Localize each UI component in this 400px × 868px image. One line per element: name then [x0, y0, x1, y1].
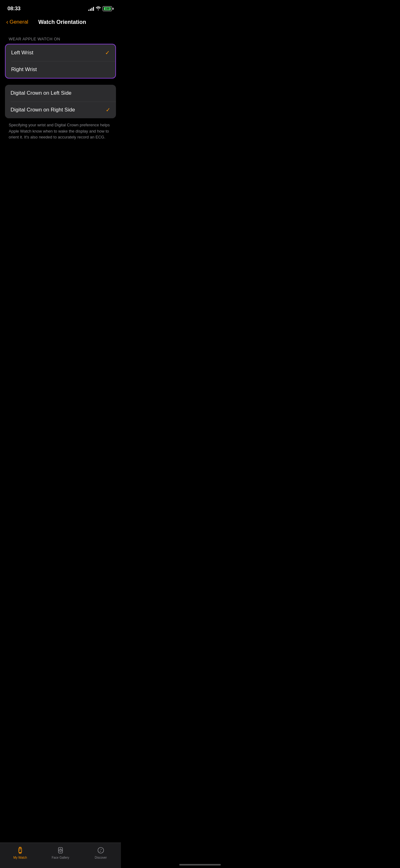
back-button[interactable]: ‹ General [6, 19, 28, 26]
status-bar: 08:33 100 [0, 0, 121, 16]
right-wrist-option[interactable]: Right Wrist [6, 61, 115, 78]
crown-right-option[interactable]: Digital Crown on Right Side ✓ [5, 101, 116, 118]
page-title: Watch Orientation [28, 19, 96, 26]
battery-level: 100 [105, 7, 109, 10]
back-label: General [10, 19, 28, 25]
crown-left-option[interactable]: Digital Crown on Left Side [5, 85, 116, 101]
back-chevron-icon: ‹ [6, 18, 8, 26]
wear-section-label: WEAR APPLE WATCH ON [0, 37, 121, 44]
crown-right-checkmark: ✓ [106, 106, 110, 113]
left-wrist-checkmark: ✓ [105, 49, 110, 56]
wrist-options-group: Left Wrist ✓ Right Wrist [5, 44, 116, 79]
status-icons: 100 [88, 6, 113, 11]
crown-options-group: Digital Crown on Left Side Digital Crown… [5, 85, 116, 118]
footer-note: Specifying your wrist and Digital Crown … [0, 118, 121, 140]
left-wrist-option[interactable]: Left Wrist ✓ [6, 44, 115, 61]
battery-indicator: 100 [103, 6, 113, 11]
signal-bars-icon [88, 6, 94, 11]
nav-header: ‹ General Watch Orientation [0, 16, 121, 30]
wifi-icon [96, 6, 101, 11]
crown-left-label: Digital Crown on Left Side [10, 90, 72, 96]
crown-right-label: Digital Crown on Right Side [10, 107, 75, 113]
left-wrist-label: Left Wrist [11, 50, 33, 56]
right-wrist-label: Right Wrist [11, 66, 37, 73]
status-time: 08:33 [7, 6, 21, 12]
